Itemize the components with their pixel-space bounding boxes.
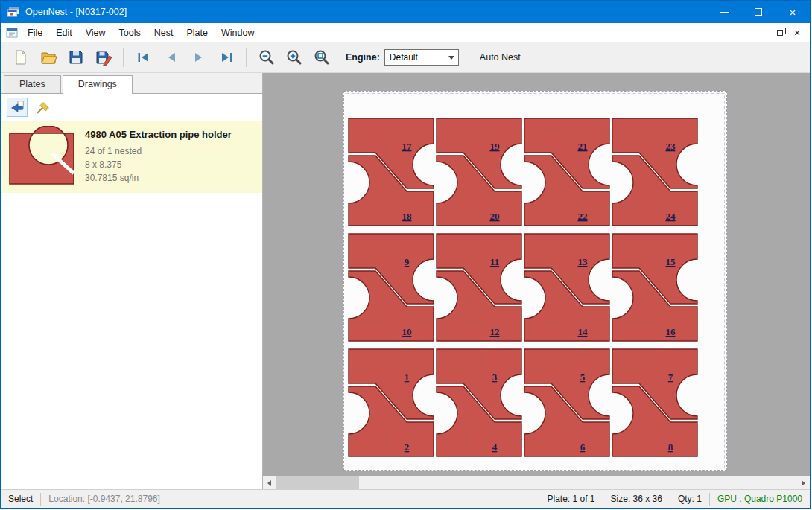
nested-pair[interactable]: 1718: [349, 118, 434, 226]
part-number: 8: [668, 442, 673, 453]
nested-pair[interactable]: 1314: [524, 234, 609, 341]
auto-nest-button[interactable]: Auto Nest: [474, 48, 527, 67]
engine-select[interactable]: Default: [384, 49, 459, 66]
engine-selected-value: Default: [385, 52, 445, 63]
nested-pair[interactable]: 1516: [612, 234, 697, 341]
mdi-minimize-icon: [758, 36, 765, 36]
window-title: OpenNest - [N0317-002]: [25, 7, 127, 17]
next-plate-button[interactable]: [185, 45, 212, 70]
scrollbar-thumb[interactable]: [276, 476, 359, 489]
part-number: 18: [402, 211, 413, 222]
nested-pair[interactable]: 910: [349, 234, 434, 341]
nest-canvas[interactable]: 171819202122232491011121314151612345678: [263, 73, 810, 489]
save-edit-button[interactable]: [89, 45, 117, 70]
mdi-close-button[interactable]: ×: [789, 25, 805, 40]
engine-label: Engine:: [346, 52, 380, 63]
drawing-nested-count: 24 of 1 nested: [85, 144, 232, 158]
zoom-in-button[interactable]: [280, 45, 308, 70]
maximize-button[interactable]: [741, 1, 775, 23]
part-number: 21: [578, 141, 588, 152]
tabstrip: Plates Drawings: [1, 73, 262, 94]
scroll-left-icon: [267, 480, 271, 486]
tab-plates[interactable]: Plates: [4, 75, 61, 93]
sidebar: Plates Drawings: [1, 73, 263, 489]
status-location: Location: [-0.9437, 21.8796]: [41, 494, 167, 504]
status-separator: [168, 493, 168, 506]
first-plate-button[interactable]: [130, 45, 157, 70]
toolbar-separator: [246, 48, 247, 67]
scroll-left-button[interactable]: [263, 476, 276, 489]
titlebar: OpenNest - [N0317-002] ×: [1, 1, 810, 23]
minimize-icon: [720, 12, 729, 13]
part-number: 4: [492, 442, 498, 453]
plate-sheet[interactable]: 171819202122232491011121314151612345678: [343, 91, 727, 471]
previous-arrow-icon: [162, 48, 180, 66]
clear-nest-button[interactable]: [33, 98, 54, 117]
horizontal-scrollbar[interactable]: [263, 476, 810, 489]
blue-arrow-icon: [9, 99, 25, 115]
open-folder-icon: [39, 48, 57, 66]
part-number: 23: [666, 141, 676, 152]
drawing-area: 30.7815 sq/in: [85, 171, 232, 185]
previous-plate-button[interactable]: [157, 45, 185, 70]
zoom-out-button[interactable]: [253, 45, 280, 70]
mdi-minimize-button[interactable]: [753, 25, 770, 40]
return-part-button[interactable]: [7, 98, 28, 117]
zoom-fit-button[interactable]: [308, 45, 335, 70]
part-number: 20: [490, 211, 500, 222]
tab-drawings[interactable]: Drawings: [63, 75, 133, 94]
part-number: 19: [490, 141, 501, 152]
app-icon: [7, 7, 19, 17]
zoom-fit-icon: [313, 48, 331, 66]
nested-pair[interactable]: 2324: [612, 118, 697, 226]
part-number: 24: [666, 211, 676, 222]
drawing-list-item[interactable]: 4980 A05 Extraction pipe holder 24 of 1 …: [1, 121, 262, 193]
toolbar-separator: [123, 48, 124, 67]
drawing-title: 4980 A05 Extraction pipe holder: [85, 129, 232, 140]
save-icon: [67, 48, 85, 66]
first-arrow-icon: [135, 48, 153, 66]
part-number: 13: [578, 256, 589, 267]
nested-pair[interactable]: 1920: [437, 118, 521, 226]
broom-icon: [35, 99, 51, 115]
last-plate-button[interactable]: [212, 45, 240, 70]
menu-view[interactable]: View: [79, 24, 112, 42]
menu-plate[interactable]: Plate: [180, 24, 215, 42]
menu-nest[interactable]: Nest: [148, 24, 180, 42]
part-number: 7: [668, 372, 673, 383]
save-edit-icon: [95, 48, 112, 66]
minimize-button[interactable]: [707, 1, 741, 23]
scroll-right-icon: [802, 480, 805, 486]
part-number: 17: [402, 141, 413, 152]
part-number: 5: [580, 372, 586, 383]
nested-pair[interactable]: 34: [437, 349, 521, 456]
save-button[interactable]: [62, 45, 89, 70]
menu-window[interactable]: Window: [215, 24, 261, 42]
status-gpu: GPU : Quadro P1000: [710, 494, 810, 504]
close-button[interactable]: ×: [775, 1, 810, 23]
nested-pair[interactable]: 1112: [437, 234, 521, 341]
mdi-restore-button[interactable]: [771, 25, 787, 40]
menu-edit[interactable]: Edit: [49, 24, 79, 42]
status-qty: Qty: 1: [670, 494, 709, 504]
menu-tools[interactable]: Tools: [112, 24, 148, 42]
nested-pair[interactable]: 12: [349, 349, 434, 456]
scroll-right-button[interactable]: [797, 476, 810, 489]
open-button[interactable]: [34, 45, 62, 70]
nested-pair[interactable]: 78: [612, 349, 697, 456]
zoom-in-icon: [285, 48, 303, 66]
nested-pair[interactable]: 2122: [524, 118, 609, 226]
nested-pair[interactable]: 56: [524, 349, 609, 456]
maximize-icon: [755, 8, 762, 16]
close-icon: ×: [790, 7, 796, 18]
mdi-document-icon: [6, 28, 18, 38]
part-number: 14: [578, 326, 589, 337]
part-number: 9: [405, 256, 410, 267]
menubar: File Edit View Tools Nest Plate Window ×: [1, 23, 810, 42]
menu-file[interactable]: File: [21, 24, 49, 42]
chevron-down-icon[interactable]: [445, 56, 458, 60]
status-plate: Plate: 1 of 1: [539, 494, 602, 504]
statusbar: Select Location: [-0.9437, 21.8796] Plat…: [1, 489, 810, 508]
part-number: 12: [490, 326, 500, 337]
new-button[interactable]: [7, 45, 34, 70]
